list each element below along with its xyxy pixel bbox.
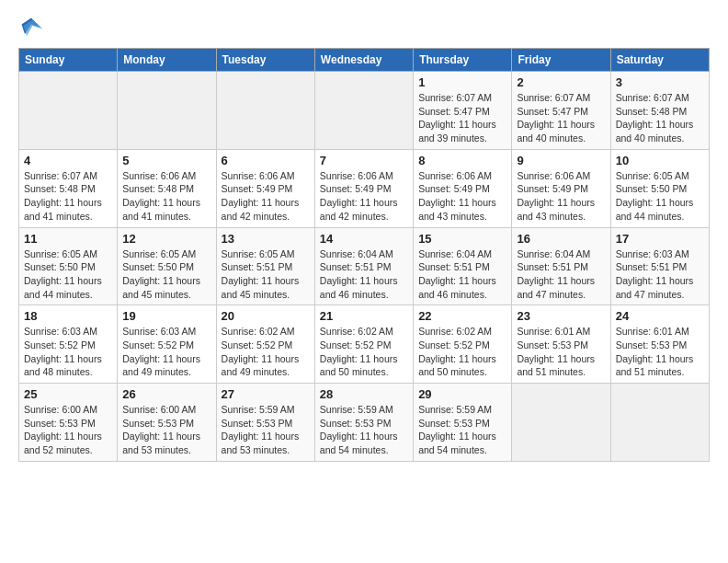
calendar-day-cell: 20Sunrise: 6:02 AMSunset: 5:52 PMDayligh…: [216, 305, 314, 384]
day-number: 27: [222, 387, 310, 401]
calendar-day-cell: [610, 384, 709, 462]
day-info: Sunrise: 6:06 AMSunset: 5:48 PMDaylight:…: [122, 169, 210, 224]
day-number: 10: [616, 154, 704, 167]
day-info: Sunrise: 6:07 AMSunset: 5:47 PMDaylight:…: [517, 91, 605, 145]
calendar-week-row: 1Sunrise: 6:07 AMSunset: 5:47 PMDaylight…: [19, 72, 710, 150]
day-number: 1: [418, 75, 506, 89]
day-number: 2: [517, 75, 605, 89]
day-info: Sunrise: 5:59 AMSunset: 5:53 PMDaylight:…: [320, 403, 408, 457]
header-row: SundayMondayTuesdayWednesdayThursdayFrid…: [19, 49, 710, 72]
calendar-day-cell: 5Sunrise: 6:06 AMSunset: 5:48 PMDaylight…: [118, 149, 216, 227]
day-number: 5: [122, 154, 210, 167]
day-info: Sunrise: 6:05 AMSunset: 5:51 PMDaylight:…: [222, 247, 310, 302]
calendar-day-cell: 21Sunrise: 6:02 AMSunset: 5:52 PMDayligh…: [314, 305, 413, 384]
day-info: Sunrise: 6:07 AMSunset: 5:47 PMDaylight:…: [418, 91, 506, 145]
calendar-week-row: 11Sunrise: 6:05 AMSunset: 5:50 PMDayligh…: [19, 227, 710, 305]
day-number: 25: [24, 387, 112, 401]
calendar-header-cell: Thursday: [414, 49, 512, 72]
calendar-day-cell: 1Sunrise: 6:07 AMSunset: 5:47 PMDaylight…: [414, 72, 512, 150]
calendar-day-cell: 4Sunrise: 6:07 AMSunset: 5:48 PMDaylight…: [19, 149, 118, 227]
day-number: 19: [122, 309, 210, 323]
calendar-day-cell: 27Sunrise: 5:59 AMSunset: 5:53 PMDayligh…: [216, 384, 314, 462]
day-number: 16: [517, 232, 605, 246]
calendar-day-cell: 29Sunrise: 5:59 AMSunset: 5:53 PMDayligh…: [414, 384, 512, 462]
day-info: Sunrise: 6:07 AMSunset: 5:48 PMDaylight:…: [24, 169, 112, 224]
day-info: Sunrise: 6:03 AMSunset: 5:52 PMDaylight:…: [122, 325, 210, 379]
day-number: 20: [222, 309, 310, 323]
calendar-day-cell: 26Sunrise: 6:00 AMSunset: 5:53 PMDayligh…: [118, 384, 216, 462]
day-number: 28: [320, 387, 408, 401]
day-info: Sunrise: 6:03 AMSunset: 5:52 PMDaylight:…: [24, 325, 112, 379]
calendar-day-cell: 17Sunrise: 6:03 AMSunset: 5:51 PMDayligh…: [610, 227, 709, 305]
calendar-day-cell: [118, 72, 216, 150]
calendar-header-cell: Sunday: [19, 49, 118, 72]
calendar-day-cell: 6Sunrise: 6:06 AMSunset: 5:49 PMDaylight…: [216, 149, 314, 227]
day-number: 9: [517, 154, 605, 167]
calendar-day-cell: 7Sunrise: 6:06 AMSunset: 5:49 PMDaylight…: [314, 149, 413, 227]
day-info: Sunrise: 5:59 AMSunset: 5:53 PMDaylight:…: [418, 403, 506, 457]
day-number: 18: [24, 309, 112, 323]
calendar-day-cell: 24Sunrise: 6:01 AMSunset: 5:53 PMDayligh…: [610, 305, 709, 384]
day-number: 6: [222, 154, 310, 167]
day-info: Sunrise: 6:05 AMSunset: 5:50 PMDaylight:…: [122, 247, 210, 302]
page-header: [18, 15, 710, 40]
logo: [18, 15, 48, 40]
calendar-day-cell: 2Sunrise: 6:07 AMSunset: 5:47 PMDaylight…: [512, 72, 610, 150]
calendar-day-cell: 19Sunrise: 6:03 AMSunset: 5:52 PMDayligh…: [118, 305, 216, 384]
day-number: 3: [616, 75, 704, 89]
day-number: 21: [320, 309, 408, 323]
day-info: Sunrise: 6:06 AMSunset: 5:49 PMDaylight:…: [517, 169, 605, 224]
calendar-day-cell: 9Sunrise: 6:06 AMSunset: 5:49 PMDaylight…: [512, 149, 610, 227]
calendar-day-cell: 25Sunrise: 6:00 AMSunset: 5:53 PMDayligh…: [19, 384, 118, 462]
day-number: 13: [222, 232, 310, 246]
calendar-day-cell: 22Sunrise: 6:02 AMSunset: 5:52 PMDayligh…: [414, 305, 512, 384]
calendar-body: 1Sunrise: 6:07 AMSunset: 5:47 PMDaylight…: [19, 72, 710, 462]
day-info: Sunrise: 6:00 AMSunset: 5:53 PMDaylight:…: [24, 403, 112, 457]
day-number: 23: [517, 309, 605, 323]
day-info: Sunrise: 6:02 AMSunset: 5:52 PMDaylight:…: [320, 325, 408, 379]
calendar-day-cell: 28Sunrise: 5:59 AMSunset: 5:53 PMDayligh…: [314, 384, 413, 462]
calendar-day-cell: 16Sunrise: 6:04 AMSunset: 5:51 PMDayligh…: [512, 227, 610, 305]
day-info: Sunrise: 6:02 AMSunset: 5:52 PMDaylight:…: [222, 325, 310, 379]
calendar-header: SundayMondayTuesdayWednesdayThursdayFrid…: [19, 49, 710, 72]
day-number: 4: [24, 154, 112, 167]
day-number: 7: [320, 154, 408, 167]
day-number: 11: [24, 232, 112, 246]
day-number: 14: [320, 232, 408, 246]
calendar-day-cell: 13Sunrise: 6:05 AMSunset: 5:51 PMDayligh…: [216, 227, 314, 305]
calendar-day-cell: [216, 72, 314, 150]
day-info: Sunrise: 6:04 AMSunset: 5:51 PMDaylight:…: [517, 247, 605, 302]
calendar-header-cell: Wednesday: [314, 49, 413, 72]
calendar-day-cell: [314, 72, 413, 150]
day-info: Sunrise: 6:05 AMSunset: 5:50 PMDaylight:…: [616, 169, 704, 224]
day-number: 12: [122, 232, 210, 246]
calendar-day-cell: 18Sunrise: 6:03 AMSunset: 5:52 PMDayligh…: [19, 305, 118, 384]
calendar-day-cell: [19, 72, 118, 150]
day-info: Sunrise: 6:06 AMSunset: 5:49 PMDaylight:…: [320, 169, 408, 224]
calendar-week-row: 4Sunrise: 6:07 AMSunset: 5:48 PMDaylight…: [19, 149, 710, 227]
calendar-day-cell: 15Sunrise: 6:04 AMSunset: 5:51 PMDayligh…: [414, 227, 512, 305]
calendar-day-cell: [512, 384, 610, 462]
day-info: Sunrise: 6:03 AMSunset: 5:51 PMDaylight:…: [616, 247, 704, 302]
day-info: Sunrise: 6:04 AMSunset: 5:51 PMDaylight:…: [320, 247, 408, 302]
calendar-header-cell: Monday: [118, 49, 216, 72]
calendar-header-cell: Saturday: [610, 49, 709, 72]
calendar-day-cell: 12Sunrise: 6:05 AMSunset: 5:50 PMDayligh…: [118, 227, 216, 305]
day-info: Sunrise: 6:06 AMSunset: 5:49 PMDaylight:…: [418, 169, 506, 224]
day-info: Sunrise: 6:07 AMSunset: 5:48 PMDaylight:…: [616, 91, 704, 145]
day-info: Sunrise: 5:59 AMSunset: 5:53 PMDaylight:…: [222, 403, 310, 457]
calendar-week-row: 18Sunrise: 6:03 AMSunset: 5:52 PMDayligh…: [19, 305, 710, 384]
calendar-day-cell: 14Sunrise: 6:04 AMSunset: 5:51 PMDayligh…: [314, 227, 413, 305]
calendar-day-cell: 11Sunrise: 6:05 AMSunset: 5:50 PMDayligh…: [19, 227, 118, 305]
calendar-day-cell: 3Sunrise: 6:07 AMSunset: 5:48 PMDaylight…: [610, 72, 709, 150]
calendar-table: SundayMondayTuesdayWednesdayThursdayFrid…: [18, 48, 710, 462]
day-info: Sunrise: 6:06 AMSunset: 5:49 PMDaylight:…: [222, 169, 310, 224]
calendar-day-cell: 10Sunrise: 6:05 AMSunset: 5:50 PMDayligh…: [610, 149, 709, 227]
day-number: 22: [418, 309, 506, 323]
calendar-day-cell: 8Sunrise: 6:06 AMSunset: 5:49 PMDaylight…: [414, 149, 512, 227]
day-number: 26: [122, 387, 210, 401]
day-info: Sunrise: 6:01 AMSunset: 5:53 PMDaylight:…: [517, 325, 605, 379]
calendar-header-cell: Friday: [512, 49, 610, 72]
day-number: 29: [418, 387, 506, 401]
day-number: 15: [418, 232, 506, 246]
